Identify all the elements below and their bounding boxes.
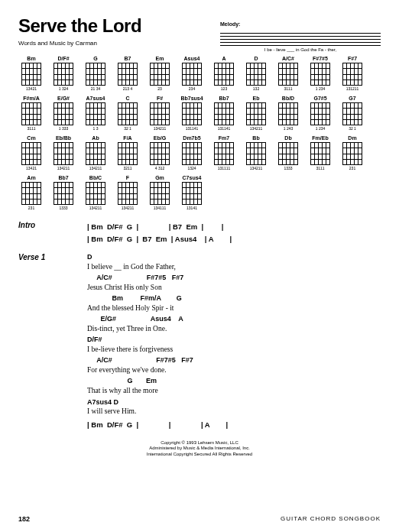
chord-diagram: Cm13421 — [18, 135, 44, 170]
intro-section: Intro | Bm D/F# G | | B7 Em | | | Bm D/F… — [18, 221, 381, 245]
page-number: 182 — [18, 515, 30, 523]
chord-name: C — [115, 96, 141, 102]
chord-name: Fm7 — [211, 135, 237, 141]
section-label-intro: Intro — [18, 221, 87, 245]
chord-diagram: A123 — [211, 56, 237, 91]
fretboard-icon — [310, 63, 330, 86]
fretboard-icon — [278, 142, 298, 165]
fretboard-icon — [342, 142, 362, 165]
chord-diagram: G732 1 — [339, 96, 365, 131]
fretboard-icon — [150, 102, 170, 125]
fretboard-icon — [86, 63, 105, 86]
fretboard-icon — [246, 63, 266, 86]
chord-name: G7#5 — [307, 96, 333, 102]
fretboard-icon — [310, 102, 330, 125]
chord-fingering: 1 3 — [83, 126, 109, 131]
chord-name: Bb7 — [211, 96, 237, 102]
chord-diagram: C32 1 — [115, 96, 141, 131]
chord-fingering: 1333 — [275, 166, 301, 170]
chord-diagram: Db1333 — [275, 135, 301, 170]
chord-name: Db — [275, 135, 301, 141]
chord-name: Bm — [18, 56, 44, 62]
chord-name: Bb7 — [50, 175, 76, 181]
chord-fingering: 131141 — [211, 126, 237, 131]
chord-fingering: 134211 — [243, 166, 269, 170]
chord-fingering: 231 — [18, 206, 44, 210]
chord-fingering: 3111 — [275, 86, 301, 91]
chord-diagram: G7#51 234 — [307, 96, 333, 131]
chord-name: E/G# — [50, 96, 76, 102]
chord-fingering: 32 1 — [115, 126, 141, 131]
chord-diagram: F/A3211 — [115, 135, 141, 170]
chord-name: Dm — [339, 135, 365, 141]
fretboard-icon — [214, 102, 234, 125]
melody-lyrics: I be - lieve ___ in God the Fa - ther, — [220, 47, 381, 52]
chord-name: D — [243, 56, 269, 62]
chord-diagram: Bm13421 — [18, 56, 44, 91]
chord-diagram: F#7131211 — [339, 56, 365, 91]
lyric-line: I believe __ in God the Father, — [87, 262, 381, 271]
chord-name: F# — [147, 96, 173, 102]
fretboard-icon — [118, 182, 138, 205]
chord-diagram: G21 34 — [83, 56, 109, 91]
chord-fingering: 1 333 — [50, 126, 76, 131]
chord-diagram: Ab134211 — [83, 135, 109, 170]
chord-name: G7 — [339, 96, 365, 102]
fretboard-icon — [342, 102, 362, 125]
fretboard-icon — [54, 102, 73, 125]
chord-diagram: Bb134211 — [243, 135, 269, 170]
chord-fingering: 3111 — [307, 166, 333, 170]
copyright-line: Administered by Music & Media Internatio… — [18, 446, 381, 452]
chord-fingering: 134211 — [243, 126, 269, 131]
chord-fingering: 134211 — [147, 126, 173, 131]
chord-name: F/A — [115, 135, 141, 141]
fretboard-icon — [118, 142, 138, 165]
chord-line: D/F# — [87, 336, 381, 345]
chord-fingering: 134211 — [83, 166, 109, 170]
fretboard-icon — [214, 63, 234, 86]
chord-name: C7sus4 — [179, 175, 205, 181]
chord-line: A7sus4 D — [87, 398, 381, 407]
chord-name: D/F# — [50, 56, 76, 62]
chord-fingering: 1 234 — [307, 86, 333, 91]
chord-name: Gm — [147, 175, 173, 181]
chord-name: Bb7sus4 — [179, 96, 205, 102]
chord-diagram-grid: Bm13421D/F#1 324G21 34B7213 4Em23Asus423… — [18, 56, 381, 210]
chord-name: Dm7b5 — [179, 135, 205, 141]
chord-fingering: 134111 — [147, 206, 173, 210]
chord-name: A7sus4 — [83, 96, 109, 102]
lyric-line: And the blessed Holy Spir - it — [87, 303, 381, 313]
verse1-body: DI believe __ in God the Father, A/C# F#… — [87, 253, 381, 430]
chord-line: E/G# Asus4 A — [87, 315, 381, 324]
chord-name: A — [211, 56, 237, 62]
chord-diagram: A7sus41 3 — [83, 96, 109, 131]
melody-preview: Melody: I be - lieve ___ in God the Fa -… — [220, 15, 381, 52]
chord-fingering: 23 — [147, 86, 173, 91]
fretboard-icon — [21, 102, 41, 125]
melody-label: Melody: — [220, 21, 240, 27]
chord-diagram: Eb134211 — [243, 96, 269, 131]
chord-line: A/C# F#7#5 F#7 — [87, 356, 381, 365]
chord-diagram: F#7#51 234 — [307, 56, 333, 91]
chord-name: Eb — [243, 96, 269, 102]
chord-name: Ab — [83, 135, 109, 141]
chord-fingering: 1324 — [179, 166, 205, 170]
fretboard-icon — [182, 102, 202, 125]
copyright-line: International Copyright Secured All Righ… — [18, 452, 381, 458]
chord-diagram: Asus4234 — [179, 56, 205, 91]
chord-fingering: 21 34 — [83, 86, 109, 91]
sheet-music-page: Serve the Lord Words and Music by Carman… — [0, 0, 399, 532]
chord-fingering: 131141 — [179, 126, 205, 131]
chord-name: Bb/C — [83, 175, 109, 181]
lyric-line: I be-lieve there is forgiveness — [87, 345, 381, 354]
chord-line: G Em — [87, 377, 381, 386]
chord-name: Bb — [243, 135, 269, 141]
page-footer: 182 GUITAR CHORD SONGBOOK — [18, 515, 381, 523]
chord-diagram: C7sus413141 — [179, 175, 205, 210]
section-label-verse1: Verse 1 — [18, 253, 87, 430]
chord-fingering: 231 — [339, 166, 365, 170]
fretboard-icon — [182, 142, 202, 165]
copyright-line: Copyright © 1993 Lehsem Music, LLC — [18, 440, 381, 446]
chord-fingering: 1 324 — [50, 86, 76, 91]
fretboard-icon — [246, 102, 266, 125]
